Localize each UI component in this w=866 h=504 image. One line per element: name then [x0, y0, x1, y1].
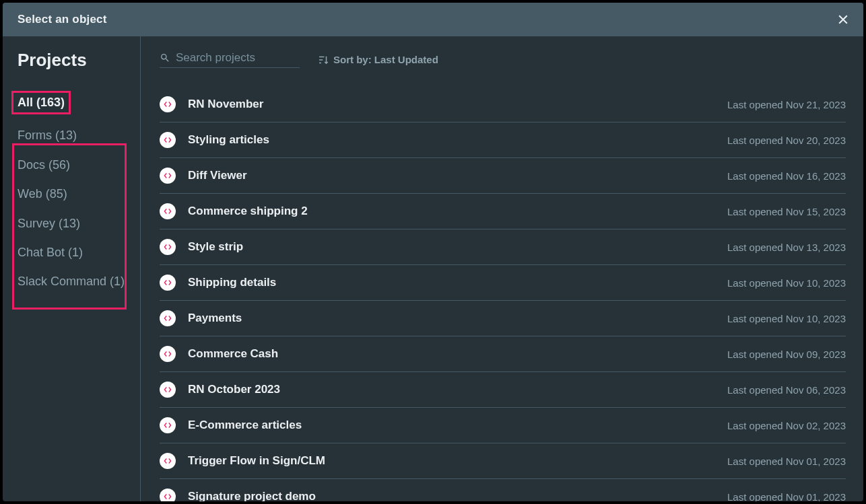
- project-name: Commerce shipping 2: [188, 205, 715, 218]
- project-icon-glyph: [163, 278, 172, 287]
- project-row[interactable]: RN NovemberLast opened Nov 21, 2023: [160, 87, 846, 122]
- project-icon: [160, 489, 176, 501]
- main-panel: Sort by: Last Updated RN NovemberLast op…: [141, 36, 863, 501]
- project-name: Signature project demo: [188, 490, 715, 501]
- category-item[interactable]: Docs (56): [18, 151, 131, 180]
- project-meta: Last opened Nov 09, 2023: [727, 349, 846, 360]
- project-name: RN November: [188, 98, 715, 111]
- close-icon: [836, 13, 850, 26]
- project-row[interactable]: Commerce shipping 2Last opened Nov 15, 2…: [160, 194, 846, 229]
- project-meta: Last opened Nov 15, 2023: [727, 206, 846, 217]
- category-item[interactable]: Forms (13): [18, 121, 131, 150]
- project-icon: [160, 168, 176, 184]
- project-icon: [160, 203, 176, 219]
- sidebar-heading: Projects: [18, 50, 131, 71]
- dialog-title: Select an object: [18, 13, 107, 26]
- project-icon: [160, 453, 176, 469]
- project-row[interactable]: E-Commerce articlesLast opened Nov 02, 2…: [160, 408, 846, 443]
- project-icon: [160, 275, 176, 291]
- project-row[interactable]: Commerce CashLast opened Nov 09, 2023: [160, 336, 846, 372]
- category-item[interactable]: Survey (13): [18, 209, 131, 238]
- project-meta: Last opened Nov 21, 2023: [727, 99, 846, 110]
- project-icon: [160, 132, 176, 148]
- category-item[interactable]: Web (85): [18, 180, 131, 209]
- dialog-body: Projects All (163)Forms (13)Docs (56)Web…: [3, 36, 863, 501]
- project-row[interactable]: Style stripLast opened Nov 13, 2023: [160, 229, 846, 265]
- project-icon: [160, 346, 176, 362]
- project-meta: Last opened Nov 10, 2023: [727, 313, 846, 324]
- project-name: Payments: [188, 312, 715, 325]
- sort-button[interactable]: Sort by: Last Updated: [317, 54, 438, 66]
- project-name: Style strip: [188, 240, 715, 254]
- project-row[interactable]: Signature project demoLast opened Nov 01…: [160, 479, 846, 501]
- project-icon: [160, 417, 176, 433]
- category-item[interactable]: All (163): [18, 84, 131, 121]
- project-icon-glyph: [163, 349, 172, 359]
- project-icon-glyph: [163, 421, 172, 430]
- project-name: Commerce Cash: [188, 347, 715, 361]
- project-list[interactable]: RN NovemberLast opened Nov 21, 2023Styli…: [141, 87, 855, 501]
- project-name: Trigger Flow in Sign/CLM: [188, 454, 715, 468]
- toolbar: Sort by: Last Updated: [141, 36, 855, 73]
- project-row[interactable]: RN October 2023Last opened Nov 06, 2023: [160, 372, 846, 408]
- project-icon-glyph: [163, 100, 172, 109]
- category-label: All (163): [11, 91, 71, 114]
- project-icon-glyph: [163, 171, 172, 180]
- sort-label: Sort by: Last Updated: [333, 54, 438, 65]
- search-input[interactable]: [176, 51, 300, 65]
- project-icon-glyph: [163, 314, 172, 323]
- project-icon: [160, 310, 176, 326]
- dialog-titlebar: Select an object: [3, 3, 863, 36]
- project-row[interactable]: PaymentsLast opened Nov 10, 2023: [160, 301, 846, 336]
- project-name: Diff Viewer: [188, 169, 715, 182]
- project-meta: Last opened Nov 06, 2023: [727, 384, 846, 396]
- project-name: E-Commerce articles: [188, 419, 715, 432]
- project-icon-glyph: [163, 456, 172, 466]
- project-meta: Last opened Nov 13, 2023: [727, 242, 846, 253]
- search-field[interactable]: [160, 51, 300, 68]
- search-icon: [160, 52, 170, 64]
- project-icon-glyph: [163, 135, 172, 145]
- project-meta: Last opened Nov 02, 2023: [727, 420, 846, 431]
- sidebar: Projects All (163)Forms (13)Docs (56)Web…: [3, 36, 141, 501]
- project-meta: Last opened Nov 01, 2023: [727, 456, 846, 467]
- project-meta: Last opened Nov 10, 2023: [727, 277, 846, 289]
- object-picker-dialog: Select an object Projects All (163)Forms…: [3, 3, 863, 501]
- project-row[interactable]: Diff ViewerLast opened Nov 16, 2023: [160, 158, 846, 194]
- project-row[interactable]: Trigger Flow in Sign/CLMLast opened Nov …: [160, 443, 846, 479]
- sort-icon: [317, 54, 329, 66]
- project-row[interactable]: Styling articlesLast opened Nov 20, 2023: [160, 122, 846, 158]
- project-name: Shipping details: [188, 276, 715, 289]
- project-icon: [160, 96, 176, 112]
- project-row[interactable]: Shipping detailsLast opened Nov 10, 2023: [160, 265, 846, 301]
- project-meta: Last opened Nov 01, 2023: [727, 491, 846, 502]
- project-icon: [160, 382, 176, 398]
- project-name: Styling articles: [188, 133, 715, 147]
- project-icon-glyph: [163, 385, 172, 394]
- category-item[interactable]: Slack Command (1): [18, 267, 131, 296]
- project-meta: Last opened Nov 16, 2023: [727, 170, 846, 182]
- close-button[interactable]: [834, 10, 853, 29]
- project-name: RN October 2023: [188, 383, 715, 396]
- project-icon: [160, 239, 176, 255]
- category-item[interactable]: Chat Bot (1): [18, 238, 131, 267]
- project-meta: Last opened Nov 20, 2023: [727, 135, 846, 146]
- project-icon-glyph: [163, 242, 172, 252]
- category-list: All (163)Forms (13)Docs (56)Web (85)Surv…: [18, 84, 131, 297]
- project-icon-glyph: [163, 207, 172, 216]
- project-icon-glyph: [163, 492, 172, 501]
